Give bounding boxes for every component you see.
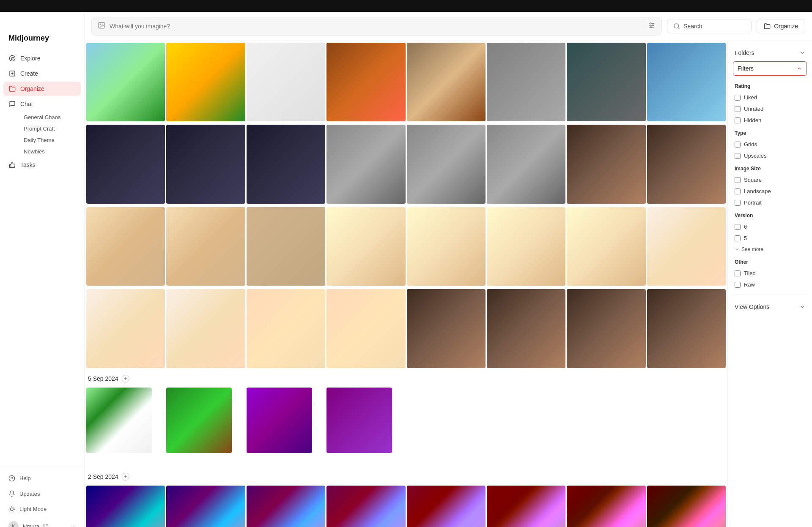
list-item[interactable]	[326, 486, 405, 527]
v5-checkbox[interactable]	[735, 235, 741, 241]
folders-header[interactable]: Folders	[733, 46, 807, 60]
list-item[interactable]	[86, 125, 165, 203]
sidebar-item-tasks[interactable]: Tasks	[3, 158, 81, 172]
list-item[interactable]	[247, 43, 325, 121]
list-item[interactable]	[86, 388, 152, 453]
list-item[interactable]	[166, 388, 232, 453]
list-item[interactable]	[86, 207, 165, 286]
list-item[interactable]	[407, 125, 486, 203]
list-item[interactable]	[567, 486, 645, 527]
sidebar-sub-general-chaos[interactable]: General Chaos	[20, 112, 81, 123]
list-item[interactable]	[326, 43, 405, 121]
sidebar-sub-prompt-craft[interactable]: Prompt Craft	[20, 123, 81, 134]
gallery-section-3: 2 Sep 2024 +	[85, 468, 727, 527]
list-item[interactable]	[487, 486, 565, 527]
unrated-checkbox[interactable]	[735, 106, 741, 112]
tune-icon[interactable]	[648, 22, 656, 31]
list-item[interactable]	[166, 289, 245, 368]
list-item[interactable]	[407, 486, 486, 527]
empty-cell	[647, 388, 726, 466]
list-item[interactable]	[247, 207, 325, 286]
right-panel: Folders Filters Rating Liked Unrated	[727, 41, 812, 527]
add-to-folder-sep2[interactable]: +	[122, 473, 129, 481]
add-to-folder-sep5[interactable]: +	[122, 375, 129, 382]
list-item[interactable]	[166, 486, 245, 527]
v6-checkbox[interactable]	[735, 224, 741, 230]
user-menu-dots[interactable]: ···	[71, 523, 76, 527]
list-item[interactable]	[487, 43, 565, 121]
list-item[interactable]	[567, 43, 645, 121]
filters-header[interactable]: Filters	[733, 61, 807, 76]
list-item[interactable]	[487, 207, 565, 286]
sidebar-item-updates[interactable]: Updates	[7, 488, 77, 500]
see-more-button[interactable]: See more	[733, 245, 807, 254]
hidden-checkbox[interactable]	[735, 117, 741, 123]
landscape-checkbox[interactable]	[735, 188, 741, 194]
list-item[interactable]	[487, 289, 565, 368]
sidebar-sub-newbies[interactable]: Newbies	[20, 146, 81, 157]
sidebar-sub-daily-theme[interactable]: Daily Theme	[20, 135, 81, 145]
prompt-input[interactable]	[110, 23, 644, 30]
filter-v6[interactable]: 6	[733, 222, 807, 232]
organize-button[interactable]: Organize	[757, 19, 805, 33]
raw-checkbox[interactable]	[735, 282, 741, 288]
prompt-search-box[interactable]	[91, 17, 662, 35]
list-item[interactable]	[567, 207, 645, 286]
list-item[interactable]	[326, 207, 405, 286]
list-item[interactable]	[407, 289, 486, 368]
square-checkbox[interactable]	[735, 177, 741, 183]
filter-portrait[interactable]: Portrait	[733, 198, 807, 208]
list-item[interactable]	[647, 289, 726, 368]
list-item[interactable]	[86, 486, 165, 527]
list-item[interactable]	[247, 388, 312, 453]
list-item[interactable]	[86, 289, 165, 368]
list-item[interactable]	[647, 125, 726, 203]
list-item[interactable]	[407, 207, 486, 286]
filter-landscape[interactable]: Landscape	[733, 186, 807, 196]
list-item[interactable]	[326, 125, 405, 203]
tiled-label: Tiled	[744, 270, 756, 276]
sidebar-item-chat[interactable]: Chat	[3, 97, 81, 111]
search-bar[interactable]: Search	[667, 19, 752, 33]
filter-raw[interactable]: Raw	[733, 280, 807, 289]
empty-cell	[487, 388, 565, 466]
portrait-checkbox[interactable]	[735, 200, 741, 206]
filter-v5[interactable]: 5	[733, 233, 807, 243]
upscales-checkbox[interactable]	[735, 153, 741, 159]
list-item[interactable]	[326, 289, 405, 368]
filter-grids[interactable]: Grids	[733, 139, 807, 149]
sidebar-item-organize[interactable]: Organize	[3, 82, 81, 96]
grids-checkbox[interactable]	[735, 142, 741, 147]
view-options-header[interactable]: View Options	[733, 300, 807, 314]
list-item[interactable]	[247, 289, 325, 368]
filter-liked[interactable]: Liked	[733, 93, 807, 102]
filter-hidden[interactable]: Hidden	[733, 115, 807, 125]
list-item[interactable]	[407, 43, 486, 121]
filter-tiled[interactable]: Tiled	[733, 268, 807, 278]
sidebar-item-create[interactable]: Create	[3, 66, 81, 81]
list-item[interactable]	[326, 388, 392, 453]
list-item[interactable]	[567, 289, 645, 368]
sidebar-item-explore[interactable]: Explore	[3, 51, 81, 66]
list-item[interactable]	[166, 125, 245, 203]
sidebar-item-help[interactable]: Help	[7, 472, 77, 484]
chat-icon	[8, 100, 16, 108]
filter-upscales[interactable]: Upscales	[733, 151, 807, 161]
list-item[interactable]	[166, 207, 245, 286]
list-item[interactable]	[487, 125, 565, 203]
filter-unrated[interactable]: Unrated	[733, 104, 807, 114]
list-item[interactable]	[247, 486, 325, 527]
search-icon	[673, 23, 680, 30]
user-profile[interactable]: K kimura_10 ···	[7, 519, 77, 527]
list-item[interactable]	[166, 43, 245, 121]
liked-checkbox[interactable]	[735, 95, 741, 101]
list-item[interactable]	[247, 125, 325, 203]
list-item[interactable]	[647, 486, 726, 527]
sidebar-item-light-mode[interactable]: Light Mode	[7, 503, 77, 515]
list-item[interactable]	[647, 207, 726, 286]
tiled-checkbox[interactable]	[735, 270, 741, 276]
list-item[interactable]	[567, 125, 645, 203]
list-item[interactable]	[647, 43, 726, 121]
filter-square[interactable]: Square	[733, 175, 807, 185]
list-item[interactable]	[86, 43, 165, 121]
